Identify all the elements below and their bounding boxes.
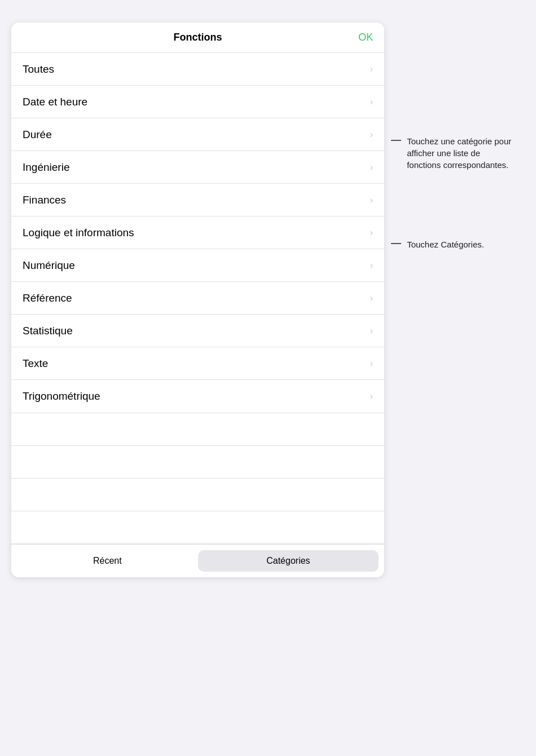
list-item-label-ingenierie: Ingénierie [23, 161, 69, 174]
annotation-dash-1 [391, 140, 401, 141]
list-item-label-reference: Référence [23, 292, 72, 304]
chevron-icon-statistique: › [370, 326, 373, 336]
annotation-bottom: Touchez Catégories. [391, 238, 525, 250]
chevron-icon-duree: › [370, 130, 373, 140]
list-item-toutes[interactable]: Toutes› [11, 53, 384, 86]
chevron-icon-logique-et-informations: › [370, 228, 373, 238]
header: Fonctions OK [11, 23, 384, 53]
list-item-label-statistique: Statistique [23, 325, 73, 337]
annotation-dash-2 [391, 243, 401, 244]
list-item-date-et-heure[interactable]: Date et heure› [11, 86, 384, 118]
bottom-tabs: RécentCatégories [11, 544, 384, 577]
list-container: Toutes›Date et heure›Durée›Ingénierie›Fi… [11, 53, 384, 413]
chevron-icon-date-et-heure: › [370, 97, 373, 107]
list-item-label-logique-et-informations: Logique et informations [23, 227, 134, 239]
empty-rows [11, 413, 384, 544]
chevron-icon-finances: › [370, 195, 373, 205]
tab-recent[interactable]: Récent [17, 550, 198, 572]
annotation-categories: Touchez une catégorie pour afficher une … [391, 135, 525, 171]
empty-row-1 [11, 413, 384, 446]
annotation-categories-text: Touchez une catégorie pour afficher une … [407, 135, 514, 171]
chevron-icon-texte: › [370, 359, 373, 369]
empty-row-3 [11, 479, 384, 511]
list-item-statistique[interactable]: Statistique› [11, 315, 384, 347]
list-item-reference[interactable]: Référence› [11, 282, 384, 315]
outer-container: Fonctions OK Toutes›Date et heure›Durée›… [11, 23, 525, 577]
list-item-texte[interactable]: Texte› [11, 347, 384, 380]
empty-row-4 [11, 511, 384, 544]
list-item-label-texte: Texte [23, 357, 48, 370]
panel: Fonctions OK Toutes›Date et heure›Durée›… [11, 23, 384, 577]
panel-title: Fonctions [174, 32, 222, 43]
empty-row-2 [11, 446, 384, 479]
list-item-label-date-et-heure: Date et heure [23, 96, 87, 108]
annotation-line-1 [391, 135, 401, 141]
tab-categories[interactable]: Catégories [198, 550, 379, 572]
list-item-label-numerique: Numérique [23, 259, 75, 272]
chevron-icon-numerique: › [370, 260, 373, 271]
chevron-icon-toutes: › [370, 64, 373, 74]
list-item-label-finances: Finances [23, 194, 66, 206]
annotation-line-2 [391, 238, 401, 244]
list-item-trigonometrique[interactable]: Trigonométrique› [11, 380, 384, 413]
annotation-area: Touchez une catégorie pour afficher une … [391, 23, 525, 250]
list-item-logique-et-informations[interactable]: Logique et informations› [11, 216, 384, 249]
list-item-label-duree: Durée [23, 129, 52, 141]
list-item-label-toutes: Toutes [23, 63, 54, 76]
list-item-label-trigonometrique: Trigonométrique [23, 390, 100, 403]
list-item-numerique[interactable]: Numérique› [11, 249, 384, 282]
list-item-duree[interactable]: Durée› [11, 118, 384, 151]
ok-button[interactable]: OK [358, 32, 373, 43]
annotation-bottom-text: Touchez Catégories. [407, 238, 484, 250]
chevron-icon-ingenierie: › [370, 162, 373, 173]
chevron-icon-reference: › [370, 293, 373, 303]
list-item-ingenierie[interactable]: Ingénierie› [11, 151, 384, 184]
chevron-icon-trigonometrique: › [370, 391, 373, 401]
list-item-finances[interactable]: Finances› [11, 184, 384, 216]
